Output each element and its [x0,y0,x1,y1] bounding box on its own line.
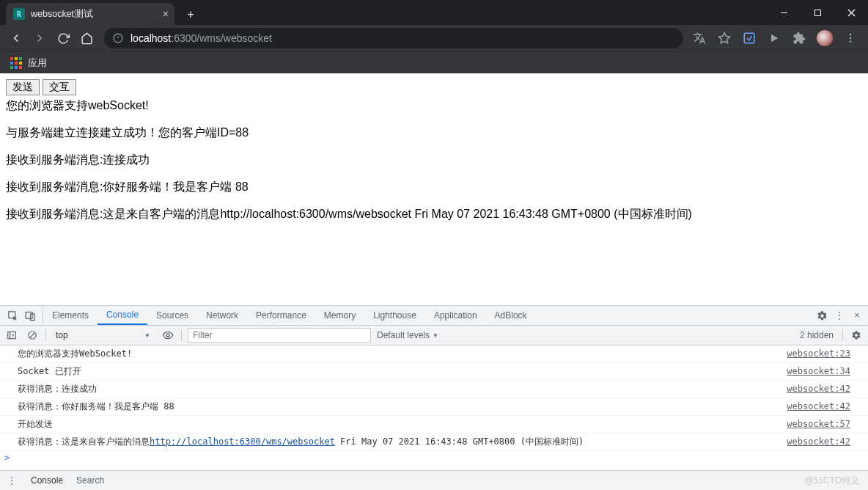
back-button[interactable] [6,28,26,48]
devtools-tabs: Elements Console Sources Network Perform… [0,306,868,326]
log-source-link[interactable]: websocket:42 [787,384,850,394]
console-log-row: 开始发送websocket:57 [0,416,868,434]
address-bar[interactable]: localhost:6300/wms/websocket [104,28,683,48]
svg-rect-16 [8,332,16,338]
console-output[interactable]: 您的浏览器支持WebSocket!websocket:23Socket 已打开w… [0,345,868,470]
clear-console-icon[interactable] [25,328,40,343]
window-maximize-button[interactable] [801,0,834,25]
close-devtools-icon[interactable]: × [849,307,865,323]
star-icon[interactable] [717,31,732,45]
devtools-panel: Elements Console Sources Network Perform… [0,305,868,490]
log-message: 获得消息：你好服务端！我是客户端 88 [18,401,787,413]
console-log-row: 获得消息：连接成功websocket:42 [0,381,868,398]
devtools-drawer: ⋮ Console Search [0,470,868,490]
kebab-menu-icon[interactable]: ⋮ [831,307,847,323]
page-line-2: 与服务端建立连接建立成功！您的客户端ID=88 [6,125,862,141]
interact-button[interactable]: 交互 [43,79,76,95]
toolbar: localhost:6300/wms/websocket [0,25,868,51]
tab-network[interactable]: Network [197,306,247,325]
log-message: 获得消息：连接成功 [18,383,787,395]
tab-strip: R websocket测试 × + [0,0,868,25]
play-icon[interactable] [767,31,781,45]
inspect-icon[interactable] [4,307,21,323]
console-log-row: Socket 已打开websocket:34 [0,363,868,381]
console-log-row: 您的浏览器支持WebSocket!websocket:23 [0,345,868,363]
drawer-tab-console[interactable]: Console [31,475,63,486]
tab-title: websocket测试 [31,8,93,21]
svg-point-12 [850,40,852,43]
tab-application[interactable]: Application [425,306,486,325]
svg-rect-8 [744,33,754,43]
page-line-5: 接收到服务端消息:这是来自客户端的消息http://localhost:6300… [6,207,862,222]
drawer-menu-icon[interactable]: ⋮ [6,475,18,486]
menu-icon[interactable] [843,31,858,45]
extension-icon[interactable] [742,31,757,45]
page-content: 发送 交互 您的浏览器支持webSocket! 与服务端建立连接建立成功！您的客… [0,73,868,305]
log-message: 您的浏览器支持WebSocket! [18,348,787,360]
live-expression-icon[interactable] [161,328,175,343]
svg-point-10 [850,34,852,36]
page-line-1: 您的浏览器支持webSocket! [6,98,862,114]
tab-memory[interactable]: Memory [315,306,364,325]
browser-tab[interactable]: R websocket测试 × [6,3,174,25]
svg-point-19 [166,334,169,337]
window-close-button[interactable] [834,0,868,25]
console-sidebar-toggle-icon[interactable] [4,328,19,343]
log-source-link[interactable]: websocket:23 [787,348,850,359]
svg-marker-7 [719,33,730,43]
profile-avatar[interactable] [817,30,833,46]
device-toggle-icon[interactable] [22,307,38,323]
translate-icon[interactable] [692,31,707,45]
site-info-icon[interactable] [113,33,123,43]
log-message: Socket 已打开 [18,365,787,378]
log-source-link[interactable]: websocket:42 [787,401,850,412]
tab-performance[interactable]: Performance [247,306,315,325]
reload-button[interactable] [53,28,73,48]
forward-button[interactable] [29,28,50,48]
favicon-icon: R [13,8,25,20]
svg-rect-14 [26,312,32,318]
log-source-link[interactable]: websocket:42 [787,436,850,447]
window-minimize-button[interactable] [767,0,801,25]
bookmark-apps-label[interactable]: 应用 [28,56,47,70]
apps-icon[interactable] [10,57,22,69]
page-line-4: 接收到服务端消息:你好服务端！我是客户端 88 [6,180,862,195]
new-tab-button[interactable]: + [180,4,201,25]
log-message: 获得消息：这是来自客户端的消息http://localhost:6300/wms… [18,436,787,448]
console-prompt[interactable]: > [0,451,868,464]
settings-gear-icon[interactable] [814,307,830,323]
tab-elements[interactable]: Elements [43,306,98,325]
bookmarks-bar: 应用 [0,51,868,73]
svg-line-18 [30,333,35,338]
console-log-row: 获得消息：你好服务端！我是客户端 88websocket:42 [0,398,868,416]
tab-console[interactable]: Console [98,306,147,325]
log-source-link[interactable]: websocket:34 [787,366,850,376]
svg-rect-1 [814,10,820,15]
page-line-3: 接收到服务端消息:连接成功 [6,153,862,168]
log-levels-selector[interactable]: Default levels ▼ [377,330,438,340]
hidden-count: 2 hidden [800,330,836,340]
tab-lighthouse[interactable]: Lighthouse [364,306,425,325]
send-button[interactable]: 发送 [6,79,40,95]
tab-adblock[interactable]: AdBlock [486,306,536,325]
close-tab-icon[interactable]: × [163,8,169,20]
url-text: localhost:6300/wms/websocket [130,32,272,44]
console-log-row: 获得消息：这是来自客户端的消息http://localhost:6300/wms… [0,434,868,451]
svg-marker-9 [771,34,778,43]
log-message: 开始发送 [18,418,787,431]
home-button[interactable] [76,28,97,48]
console-settings-gear-icon[interactable] [849,328,864,343]
svg-point-11 [850,37,852,40]
log-link[interactable]: http://localhost:6300/wms/websocket [150,436,335,447]
context-selector[interactable] [52,329,155,341]
log-source-link[interactable]: websocket:57 [787,419,850,429]
filter-input[interactable] [188,328,371,343]
tab-sources[interactable]: Sources [147,306,197,325]
console-toolbar: Default levels ▼ 2 hidden [0,326,868,345]
extensions-puzzle-icon[interactable] [792,31,806,45]
drawer-tab-search[interactable]: Search [76,475,104,486]
